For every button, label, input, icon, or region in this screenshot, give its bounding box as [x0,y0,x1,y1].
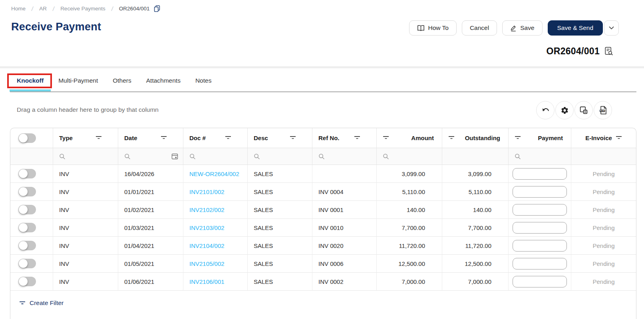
row-select-toggle[interactable] [10,219,53,237]
toggle-switch [18,205,36,214]
receive-payment-page: Home / AR / Receive Payments / OR2604/00… [0,0,644,319]
filter-icon[interactable] [383,136,389,140]
column-chooser-button[interactable] [574,101,593,119]
table-row: INV 01/05/2021 INV2105/002 SALES INV 000… [10,255,636,273]
payment-input[interactable] [513,258,567,269]
column-header-doc[interactable]: Doc # [183,128,248,148]
cell-amount: 7,700.00 [377,219,442,237]
row-select-toggle[interactable] [10,165,53,183]
export-button[interactable]: XLSX [594,101,612,119]
more-actions-button[interactable] [604,20,619,36]
toggle-switch [18,223,36,232]
create-filter-label: Create Filter [30,299,64,307]
annotation-highlight-box [7,73,52,88]
tab-attachments[interactable]: Attachments [146,77,181,84]
cell-outstanding: 3,099.00 [442,165,509,183]
breadcrumb-ar[interactable]: AR [39,6,47,12]
filter-input-amount[interactable] [377,148,442,165]
cell-outstanding: 7,700.00 [442,219,509,237]
filter-icon[interactable] [95,136,102,140]
einvoice-status: Pending [571,237,636,255]
row-select-toggle[interactable] [10,255,53,273]
breadcrumb-receive-payments[interactable]: Receive Payments [60,6,105,12]
filter-input-desc[interactable] [248,148,312,165]
filter-icon[interactable] [448,136,455,140]
payment-input[interactable] [513,168,567,180]
filter-cell-empty [571,148,636,165]
tab-notes[interactable]: Notes [195,77,212,84]
grid-filter-row [10,148,636,165]
cell-outstanding: 5,110.00 [442,183,509,201]
doc-link[interactable]: INV2106/001 [189,278,225,285]
cancel-label: Cancel [470,24,489,32]
breadcrumb-current: OR2604/001 [119,6,150,12]
row-select-toggle[interactable] [10,237,53,255]
doc-link[interactable]: INV2105/002 [189,260,225,267]
cell-amount: 7,000.00 [377,273,442,291]
breadcrumb-home[interactable]: Home [11,6,26,12]
filter-input-payment[interactable] [509,148,571,165]
einvoice-status: Pending [571,183,636,201]
column-header-desc[interactable]: Desc [248,128,312,148]
payment-input[interactable] [513,186,567,198]
search-icon [383,153,389,160]
einvoice-status: Pending [571,255,636,273]
file-search-icon[interactable] [604,47,613,56]
cell-desc: SALES [248,273,312,291]
filter-icon[interactable] [616,136,622,140]
document-number-row: OR2604/001 [547,46,613,57]
how-to-button[interactable]: How To [409,20,457,36]
filter-input-ref[interactable] [312,148,377,165]
undo-button[interactable] [536,101,555,119]
select-all-toggle[interactable] [10,128,53,148]
cancel-button[interactable]: Cancel [462,20,497,36]
column-header-payment[interactable]: Payment [509,128,571,148]
doc-link[interactable]: INV2103/002 [189,224,225,231]
calendar-icon[interactable] [171,153,178,160]
doc-link[interactable]: INV2104/002 [189,242,225,249]
doc-link[interactable]: INV2101/002 [189,188,225,195]
tab-others[interactable]: Others [113,77,131,84]
settings-button[interactable] [555,101,574,119]
column-header-date[interactable]: Date [118,128,183,148]
cell-ref-no: INV 0001 [312,201,377,219]
filter-input-date[interactable] [118,148,183,165]
tabs-divider [10,91,636,92]
filter-icon[interactable] [354,136,360,140]
copy-icon[interactable] [154,5,160,12]
payment-input[interactable] [513,240,567,252]
filter-icon[interactable] [161,136,167,140]
row-select-toggle[interactable] [10,183,53,201]
gear-icon [561,106,569,115]
cell-date: 01/01/2021 [118,183,183,201]
save-and-send-button[interactable]: Save & Send [548,20,603,36]
column-header-outstanding[interactable]: Outstanding [442,128,509,148]
column-header-einvoice[interactable]: E-Invoice [571,128,636,148]
filter-icon[interactable] [515,136,521,140]
column-header-amount[interactable]: Amount [377,128,442,148]
save-button[interactable]: Save [502,20,542,36]
grid-header-row: Type Date Doc # Desc Ref No. Amount [10,128,636,148]
create-filter-button[interactable]: Create Filter [19,299,64,307]
row-select-toggle[interactable] [10,201,53,219]
tab-multi-payment[interactable]: Multi-Payment [58,77,98,84]
toggle-switch [18,187,36,196]
cell-desc: SALES [248,255,312,273]
row-select-toggle[interactable] [10,273,53,291]
payment-input[interactable] [513,222,567,234]
doc-link[interactable]: NEW-OR2604/002 [189,170,239,177]
doc-link[interactable]: INV2102/002 [189,206,225,213]
column-header-ref[interactable]: Ref No. [312,128,377,148]
cell-outstanding: 12,500.00 [442,255,509,273]
cell-desc: SALES [248,165,312,183]
filter-input-type[interactable] [53,148,118,165]
cell-date: 01/04/2021 [118,237,183,255]
grid-toolbar: XLSX [536,101,612,119]
column-caption: Doc # [189,135,206,141]
payment-input[interactable] [513,204,567,216]
column-header-type[interactable]: Type [53,128,118,148]
filter-icon[interactable] [225,136,231,140]
payment-input[interactable] [513,276,567,287]
filter-icon[interactable] [290,136,296,140]
filter-input-doc[interactable] [183,148,248,165]
